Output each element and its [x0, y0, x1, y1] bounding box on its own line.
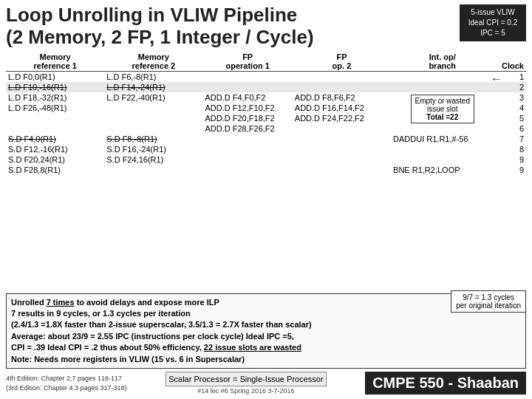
table-row: L.D F10,-16(R1) L.D F14,-24(R1) 2 — [6, 82, 526, 92]
mem2-cell — [104, 103, 202, 113]
fp1-cell — [203, 165, 293, 175]
mem1-cell: S.D F28,8(R1) — [6, 165, 104, 175]
mem1-cell: L.D F0,0(R1) — [6, 71, 104, 82]
fp1-cell — [203, 71, 293, 82]
cmpe-label: CMPE 550 - Shaaban — [372, 375, 519, 391]
mem1-cell — [6, 123, 104, 134]
mem1-cell: S.D F4,0(R1) — [6, 134, 104, 144]
cycles-box: 9/7 = 1.3 cycles per original iteration — [451, 290, 526, 313]
col-header-fp2: FPop. 2 — [293, 52, 391, 72]
header-row: Loop Unrolling in VLIW Pipeline (2 Memor… — [6, 4, 526, 49]
col-header-int: Int. op/branch — [391, 52, 494, 72]
table-row: S.D F12,-16(R1) S.D F16,-24(R1) 8 — [6, 144, 526, 154]
col-header-fp1: FPoperation 1 — [203, 52, 293, 72]
mem2-cell: S.D F8,-8(R1) — [104, 134, 202, 144]
clk-cell: 5 — [494, 113, 526, 123]
scalar-cmpe-block: Scalar Processor = Single-Issue Processo… — [132, 372, 361, 395]
mem2-cell: S.D F24,16(R1) — [104, 154, 202, 165]
fp2-cell — [293, 134, 391, 144]
int-cell: DADDUI R1,R1,#-56 — [391, 134, 494, 144]
edition-line2: (3rd Edition: Chapter 4.3 pages 317-318) — [6, 383, 127, 393]
cmpe-box: CMPE 550 - Shaaban — [365, 372, 526, 395]
empty-slot-line1: Empty or wasted — [415, 97, 470, 105]
mem2-cell — [104, 113, 202, 123]
clk-cell: 4 — [494, 103, 526, 113]
clk-cell: 7 — [494, 134, 526, 144]
int-cell: BNE R1,R2,LOOP — [391, 165, 494, 175]
empty-slot-total: Total =22 — [415, 113, 470, 121]
bottom-row: 4th Edition: Chapter 2.7 pages 116-117 (… — [6, 372, 526, 395]
fp2-cell: ADD.D F24,F22,F2 — [293, 113, 391, 123]
fp2-cell — [293, 82, 391, 92]
mem1-cell: L.D F26,-48(R1) — [6, 103, 104, 113]
fp1-cell: ADD.D F28,F26,F2 — [203, 123, 293, 134]
int-cell — [391, 82, 494, 92]
int-cell — [391, 144, 494, 154]
slot-arrow-icon: ← — [491, 72, 502, 86]
table-section: Memoryreference 1 Memoryreference 2 FPop… — [6, 52, 526, 289]
empty-slot-annotation: ← Empty or wasted issue slot Total =22 — [491, 72, 502, 86]
fp2-cell — [293, 144, 391, 154]
mem2-cell: L.D F22,-40(R1) — [104, 92, 202, 103]
edition-box: 4th Edition: Chapter 2.7 pages 116-117 (… — [6, 374, 127, 392]
page-title: Loop Unrolling in VLIW Pipeline (2 Memor… — [6, 4, 460, 49]
clk-cell: 8 — [494, 144, 526, 154]
note-line6: Note: Needs more registers in VLIW (15 v… — [11, 354, 521, 365]
empty-slot-box: Empty or wasted issue slot Total =22 — [411, 95, 474, 123]
mem2-cell: S.D F16,-24(R1) — [104, 144, 202, 154]
mem1-cell: L.D F10,-16(R1) — [6, 82, 104, 92]
mem2-cell: L.D F6,-8(R1) — [104, 71, 202, 82]
clk-cell: 3 — [494, 92, 526, 103]
int-cell — [391, 123, 494, 134]
int-cell — [391, 154, 494, 165]
footnote: #14 lec #6 Spring 2016 3-7-2016 — [197, 387, 294, 395]
info-line1: 5-issue VLIW — [464, 7, 522, 18]
col-header-mem1: Memoryreference 1 — [6, 52, 104, 72]
fp2-cell — [293, 71, 391, 82]
mem1-cell: S.D F20,24(R1) — [6, 154, 104, 165]
info-line2: Ideal CPI = 0.2 — [464, 18, 522, 28]
scalar-box: Scalar Processor = Single-Issue Processo… — [166, 372, 326, 386]
info-line3: IPC = 5 — [464, 28, 522, 38]
clk-cell: 9 — [494, 165, 526, 175]
mem2-cell — [104, 123, 202, 134]
main-container: Loop Unrolling in VLIW Pipeline (2 Memor… — [0, 0, 532, 399]
scalar-label: Scalar Processor = Single-Issue Processo… — [168, 375, 323, 383]
note-line1: Unrolled 7 times to avoid delays and exp… — [11, 297, 521, 308]
col-header-clk: Clock — [494, 52, 526, 72]
fp1-cell — [203, 144, 293, 154]
cycles-line2: per original iteration — [456, 301, 521, 310]
mem1-cell — [6, 113, 104, 123]
col-header-mem2: Memoryreference 2 — [104, 52, 202, 72]
fp2-cell: ADD.D F16,F14,F2 — [293, 103, 391, 113]
title-line1: Loop Unrolling in VLIW Pipeline — [6, 4, 297, 26]
fp1-cell — [203, 82, 293, 92]
note-line4: Average: about 23/9 = 2.55 IPC (instruct… — [11, 331, 521, 342]
cycles-line1: 9/7 = 1.3 cycles — [456, 293, 521, 301]
empty-slot-line2: issue slot — [415, 105, 470, 113]
fp2-cell — [293, 123, 391, 134]
note-line3: (2.4/1.3 =1.8X faster than 2-issue super… — [11, 319, 521, 330]
table-row: S.D F4,0(R1) S.D F8,-8(R1) DADDUI R1,R1,… — [6, 134, 526, 144]
fp1-cell: ADD.D F20,F18,F2 — [203, 113, 293, 123]
mem1-cell: L.D F18,-32(R1) — [6, 92, 104, 103]
title-line2: (2 Memory, 2 FP, 1 Integer / Cycle) — [6, 26, 314, 48]
table-row: ADD.D F28,F26,F2 6 — [6, 123, 526, 134]
edition-line1: 4th Edition: Chapter 2.7 pages 116-117 — [6, 374, 127, 383]
clk-cell: 9 — [494, 154, 526, 165]
int-cell — [391, 71, 494, 82]
mem2-cell: L.D F14,-24(R1) — [104, 82, 202, 92]
table-row: S.D F20,24(R1) S.D F24,16(R1) 9 — [6, 154, 526, 165]
title-block: Loop Unrolling in VLIW Pipeline (2 Memor… — [6, 4, 460, 49]
fp1-cell: ADD.D F12,F10,F2 — [203, 103, 293, 113]
notes-section: Unrolled 7 times to avoid delays and exp… — [6, 293, 526, 369]
fp2-cell — [293, 165, 391, 175]
mem1-cell: S.D F12,-16(R1) — [6, 144, 104, 154]
note-line5: CPI = .39 Ideal CPI = .2 thus about 50% … — [11, 342, 521, 353]
clk-cell: 6 — [494, 123, 526, 134]
note-line2: 7 results in 9 cycles, or 1.3 cycles per… — [11, 308, 521, 319]
info-box: 5-issue VLIW Ideal CPI = 0.2 IPC = 5 — [460, 4, 526, 41]
fp1-cell: ADD.D F4,F0,F2 — [203, 92, 293, 103]
table-row: L.D F0,0(R1) L.D F6,-8(R1) 1 — [6, 71, 526, 82]
fp2-cell: ADD.D F8,F6,F2 — [293, 92, 391, 103]
